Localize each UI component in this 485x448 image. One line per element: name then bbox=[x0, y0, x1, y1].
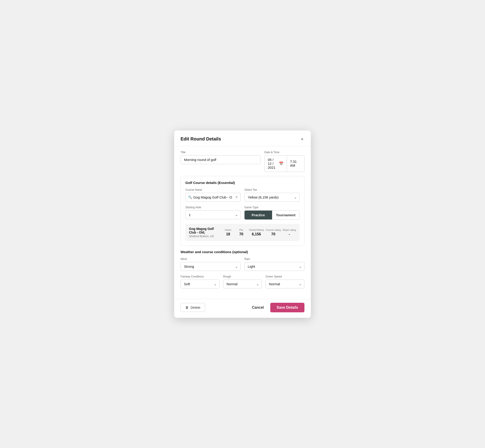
fairway-input[interactable]: Soft bbox=[181, 280, 219, 288]
course-name-group: Course Name 🔍 ✕ bbox=[185, 188, 241, 202]
time-part[interactable]: 7:31 AM bbox=[287, 155, 304, 172]
wind-rain-row: Wind Strong ⌄ Rain Light ⌄ bbox=[181, 257, 304, 271]
datetime-group: Date & Time 05 / 12 / 2021 📅 7:31 AM bbox=[264, 151, 304, 172]
fairway-rough-green-row: Fairway Conditions Soft ⌄ Rough Normal bbox=[181, 275, 304, 288]
green-speed-label: Green Speed bbox=[266, 275, 304, 278]
starting-hole-input[interactable]: 1 bbox=[185, 210, 241, 219]
course-rating-label: Course rating bbox=[266, 229, 281, 231]
par-label: Par bbox=[239, 229, 243, 231]
wind-label: Wind bbox=[181, 257, 241, 261]
modal-footer: 🗑 Delete Cancel Save Details bbox=[174, 299, 311, 318]
select-tee-label: Select Tee bbox=[244, 188, 300, 192]
rough-group: Rough Normal ⌄ bbox=[223, 275, 262, 288]
course-name-label: Course Name bbox=[185, 188, 241, 192]
course-name-input[interactable] bbox=[185, 193, 241, 202]
modal-body: Title Date & Time 05 / 12 / 2021 📅 7:31 … bbox=[174, 146, 311, 298]
select-tee-group: Select Tee Yellow (6,156 yards) ⌄ bbox=[244, 188, 300, 202]
weather-section-title: Weather and course conditions (optional) bbox=[181, 250, 304, 254]
par-value: 70 bbox=[239, 232, 243, 236]
tournament-button[interactable]: Tournament bbox=[272, 211, 300, 219]
yards-value: 6,156 bbox=[252, 232, 261, 236]
search-icon: 🔍 bbox=[188, 195, 192, 199]
date-part[interactable]: 05 / 12 / 2021 📅 bbox=[265, 155, 287, 172]
golf-course-section-title: Golf Course details (Essential) bbox=[185, 181, 300, 185]
title-label: Title bbox=[181, 151, 261, 154]
course-info-name-main: Gog Magog Golf Club - Old, bbox=[189, 227, 221, 234]
fairway-wrapper: Soft ⌄ bbox=[181, 280, 219, 288]
course-info-bar: Gog Magog Golf Club - Old, Shelford Bott… bbox=[185, 224, 300, 241]
title-group: Title bbox=[181, 151, 261, 172]
hole-gametype-row: Starting Hole 1 ⌄ Game Type Practice Tou… bbox=[185, 206, 300, 220]
wind-wrapper: Strong ⌄ bbox=[181, 262, 241, 271]
select-tee-input[interactable]: Yellow (6,156 yards) bbox=[244, 193, 300, 202]
slope-rating-value: - bbox=[289, 232, 290, 236]
weather-section: Weather and course conditions (optional)… bbox=[181, 250, 304, 288]
green-speed-input[interactable]: Normal bbox=[266, 280, 304, 288]
date-value: 05 / 12 / 2021 bbox=[268, 158, 278, 169]
practice-button[interactable]: Practice bbox=[244, 211, 272, 219]
rain-input[interactable]: Light bbox=[244, 262, 304, 271]
rain-wrapper: Light ⌄ bbox=[244, 262, 304, 271]
course-info-name: Gog Magog Golf Club - Old, Shelford Bott… bbox=[189, 227, 221, 238]
time-value: 7:31 AM bbox=[290, 160, 301, 167]
delete-button[interactable]: 🗑 Delete bbox=[181, 303, 205, 312]
starting-hole-wrapper: 1 ⌄ bbox=[185, 210, 241, 219]
trash-icon: 🗑 bbox=[185, 305, 189, 309]
course-stat-course-rating: Course rating 70 bbox=[266, 229, 281, 236]
rough-label: Rough bbox=[223, 275, 262, 278]
green-speed-wrapper: Normal ⌄ bbox=[266, 280, 304, 288]
course-stat-slope-rating: Slope rating - bbox=[283, 229, 296, 236]
title-datetime-row: Title Date & Time 05 / 12 / 2021 📅 7:31 … bbox=[181, 151, 304, 172]
wind-input[interactable]: Strong bbox=[181, 262, 241, 271]
course-info-location: Shelford Bottom, UK bbox=[189, 235, 221, 238]
footer-right: Cancel Save Details bbox=[247, 303, 304, 312]
fairway-label: Fairway Conditions bbox=[181, 275, 219, 278]
modal-header: Edit Round Details × bbox=[174, 130, 311, 146]
course-stat-par: Par 70 bbox=[236, 229, 247, 236]
edit-round-modal: Edit Round Details × Title Date & Time 0… bbox=[174, 130, 311, 318]
rough-input[interactable]: Normal bbox=[223, 280, 262, 288]
course-stat-yards: Yards(Yellow) 6,156 bbox=[249, 229, 264, 236]
course-tee-row: Course Name 🔍 ✕ Select Tee Yellow (6,156… bbox=[185, 188, 300, 202]
course-rating-value: 70 bbox=[271, 232, 275, 236]
title-input[interactable] bbox=[181, 155, 261, 164]
starting-hole-group: Starting Hole 1 ⌄ bbox=[185, 206, 241, 220]
course-stat-holes: Holes 18 bbox=[222, 229, 234, 236]
holes-label: Holes bbox=[225, 229, 231, 231]
green-speed-group: Green Speed Normal ⌄ bbox=[266, 275, 304, 288]
slope-rating-label: Slope rating bbox=[283, 229, 296, 231]
fairway-group: Fairway Conditions Soft ⌄ bbox=[181, 275, 219, 288]
rain-group: Rain Light ⌄ bbox=[244, 257, 304, 271]
yards-label: Yards(Yellow) bbox=[249, 229, 264, 231]
clear-course-icon[interactable]: ✕ bbox=[235, 195, 238, 199]
game-type-label: Game Type bbox=[244, 206, 300, 209]
course-name-search-wrapper: 🔍 ✕ bbox=[185, 193, 241, 202]
datetime-label: Date & Time bbox=[264, 151, 304, 154]
game-type-toggle: Practice Tournament bbox=[244, 210, 300, 220]
save-button[interactable]: Save Details bbox=[270, 303, 304, 312]
rough-wrapper: Normal ⌄ bbox=[223, 280, 262, 288]
cancel-button[interactable]: Cancel bbox=[247, 303, 268, 312]
starting-hole-label: Starting Hole bbox=[185, 206, 241, 209]
select-tee-wrapper: Yellow (6,156 yards) ⌄ bbox=[244, 193, 300, 202]
delete-label: Delete bbox=[191, 305, 200, 309]
calendar-icon: 📅 bbox=[279, 161, 283, 166]
game-type-group: Game Type Practice Tournament bbox=[244, 206, 300, 220]
golf-course-section: Golf Course details (Essential) Course N… bbox=[181, 176, 304, 246]
rain-label: Rain bbox=[244, 257, 304, 261]
date-time-group: 05 / 12 / 2021 📅 7:31 AM bbox=[264, 155, 304, 172]
holes-value: 18 bbox=[226, 232, 230, 236]
close-button[interactable]: × bbox=[300, 136, 304, 142]
modal-title: Edit Round Details bbox=[181, 136, 221, 142]
wind-group: Wind Strong ⌄ bbox=[181, 257, 241, 271]
